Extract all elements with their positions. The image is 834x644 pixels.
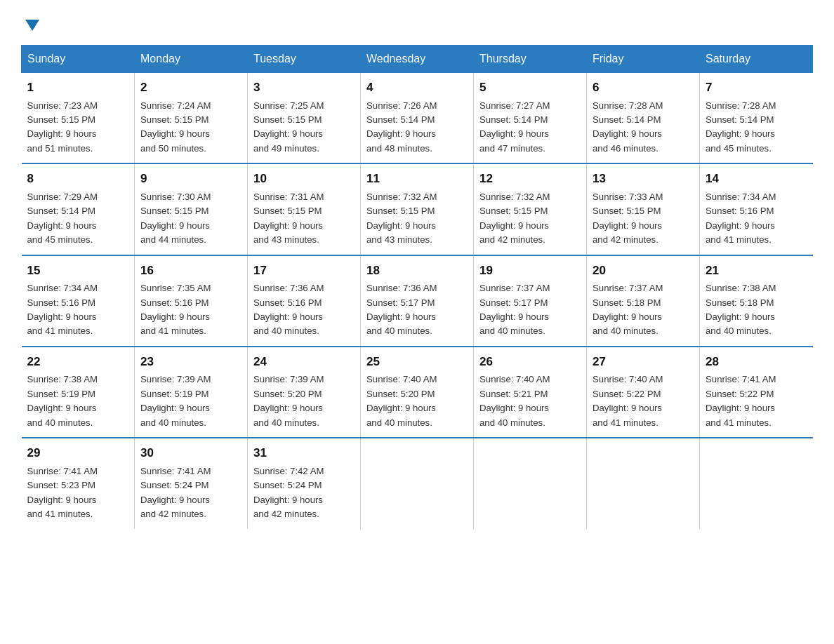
calendar-cell: 18Sunrise: 7:36 AMSunset: 5:17 PMDayligh…	[361, 255, 474, 347]
day-number: 29	[27, 444, 129, 462]
header-tuesday: Tuesday	[248, 46, 361, 73]
calendar-cell: 1Sunrise: 7:23 AMSunset: 5:15 PMDaylight…	[22, 73, 135, 164]
day-number: 25	[366, 353, 468, 371]
day-info: Sunrise: 7:23 AMSunset: 5:15 PMDaylight:…	[27, 100, 98, 154]
calendar-cell: 16Sunrise: 7:35 AMSunset: 5:16 PMDayligh…	[135, 255, 248, 347]
week-row-5: 29Sunrise: 7:41 AMSunset: 5:23 PMDayligh…	[22, 438, 813, 528]
day-number: 6	[593, 79, 694, 97]
day-info: Sunrise: 7:41 AMSunset: 5:22 PMDaylight:…	[706, 374, 776, 427]
day-number: 23	[140, 353, 241, 371]
day-info: Sunrise: 7:39 AMSunset: 5:19 PMDaylight:…	[140, 374, 211, 427]
header-sunday: Sunday	[22, 46, 135, 73]
logo-triangle-icon	[25, 20, 39, 31]
day-info: Sunrise: 7:37 AMSunset: 5:18 PMDaylight:…	[593, 283, 663, 336]
day-number: 10	[253, 170, 355, 188]
calendar-cell: 31Sunrise: 7:42 AMSunset: 5:24 PMDayligh…	[248, 438, 361, 528]
calendar-cell: 26Sunrise: 7:40 AMSunset: 5:21 PMDayligh…	[474, 347, 587, 438]
day-number: 26	[479, 353, 581, 371]
day-info: Sunrise: 7:38 AMSunset: 5:19 PMDaylight:…	[27, 374, 98, 427]
calendar-cell: 21Sunrise: 7:38 AMSunset: 5:18 PMDayligh…	[700, 255, 813, 347]
week-row-1: 1Sunrise: 7:23 AMSunset: 5:15 PMDaylight…	[22, 73, 813, 164]
day-number: 27	[593, 353, 694, 371]
calendar-cell: 3Sunrise: 7:25 AMSunset: 5:15 PMDaylight…	[248, 73, 361, 164]
day-number: 4	[366, 79, 468, 97]
calendar-cell: 12Sunrise: 7:32 AMSunset: 5:15 PMDayligh…	[474, 163, 587, 255]
day-number: 28	[706, 353, 807, 371]
day-info: Sunrise: 7:32 AMSunset: 5:15 PMDaylight:…	[366, 192, 437, 245]
day-number: 31	[253, 444, 355, 462]
day-info: Sunrise: 7:28 AMSunset: 5:14 PMDaylight:…	[593, 100, 663, 154]
day-number: 2	[140, 79, 241, 97]
day-number: 11	[366, 170, 468, 188]
day-info: Sunrise: 7:40 AMSunset: 5:22 PMDaylight:…	[593, 374, 663, 427]
calendar-cell: 5Sunrise: 7:27 AMSunset: 5:14 PMDaylight…	[474, 73, 587, 164]
day-number: 17	[253, 262, 355, 280]
calendar-cell: 10Sunrise: 7:31 AMSunset: 5:15 PMDayligh…	[248, 163, 361, 255]
day-number: 24	[253, 353, 355, 371]
day-info: Sunrise: 7:27 AMSunset: 5:14 PMDaylight:…	[479, 100, 550, 154]
day-number: 3	[253, 79, 355, 97]
calendar-cell: 7Sunrise: 7:28 AMSunset: 5:14 PMDaylight…	[700, 73, 813, 164]
calendar-header: SundayMondayTuesdayWednesdayThursdayFrid…	[22, 46, 813, 73]
day-info: Sunrise: 7:37 AMSunset: 5:17 PMDaylight:…	[479, 283, 550, 336]
day-info: Sunrise: 7:28 AMSunset: 5:14 PMDaylight:…	[706, 100, 776, 154]
day-number: 19	[479, 262, 581, 280]
day-info: Sunrise: 7:25 AMSunset: 5:15 PMDaylight:…	[253, 100, 324, 154]
header-thursday: Thursday	[474, 46, 587, 73]
day-number: 20	[593, 262, 694, 280]
day-info: Sunrise: 7:35 AMSunset: 5:16 PMDaylight:…	[140, 283, 211, 336]
header-row: SundayMondayTuesdayWednesdayThursdayFrid…	[22, 46, 813, 73]
calendar-cell: 4Sunrise: 7:26 AMSunset: 5:14 PMDaylight…	[361, 73, 474, 164]
day-info: Sunrise: 7:36 AMSunset: 5:17 PMDaylight:…	[366, 283, 437, 336]
calendar-cell: 11Sunrise: 7:32 AMSunset: 5:15 PMDayligh…	[361, 163, 474, 255]
calendar-cell	[587, 438, 700, 528]
calendar-cell: 9Sunrise: 7:30 AMSunset: 5:15 PMDaylight…	[135, 163, 248, 255]
calendar-cell	[474, 438, 587, 528]
week-row-4: 22Sunrise: 7:38 AMSunset: 5:19 PMDayligh…	[22, 347, 813, 438]
header-monday: Monday	[135, 46, 248, 73]
day-info: Sunrise: 7:34 AMSunset: 5:16 PMDaylight:…	[27, 283, 98, 336]
day-number: 13	[593, 170, 694, 188]
day-info: Sunrise: 7:41 AMSunset: 5:24 PMDaylight:…	[140, 466, 211, 519]
calendar-cell: 14Sunrise: 7:34 AMSunset: 5:16 PMDayligh…	[700, 163, 813, 255]
calendar-cell: 13Sunrise: 7:33 AMSunset: 5:15 PMDayligh…	[587, 163, 700, 255]
header-saturday: Saturday	[700, 46, 813, 73]
calendar-cell: 30Sunrise: 7:41 AMSunset: 5:24 PMDayligh…	[135, 438, 248, 528]
day-number: 5	[479, 79, 581, 97]
calendar-cell: 8Sunrise: 7:29 AMSunset: 5:14 PMDaylight…	[22, 163, 135, 255]
day-number: 14	[706, 170, 807, 188]
calendar-cell: 15Sunrise: 7:34 AMSunset: 5:16 PMDayligh…	[22, 255, 135, 347]
calendar-cell: 24Sunrise: 7:39 AMSunset: 5:20 PMDayligh…	[248, 347, 361, 438]
week-row-3: 15Sunrise: 7:34 AMSunset: 5:16 PMDayligh…	[22, 255, 813, 347]
day-info: Sunrise: 7:34 AMSunset: 5:16 PMDaylight:…	[706, 192, 776, 245]
day-info: Sunrise: 7:26 AMSunset: 5:14 PMDaylight:…	[366, 100, 437, 154]
day-info: Sunrise: 7:38 AMSunset: 5:18 PMDaylight:…	[706, 283, 776, 336]
day-info: Sunrise: 7:42 AMSunset: 5:24 PMDaylight:…	[253, 466, 324, 519]
day-info: Sunrise: 7:32 AMSunset: 5:15 PMDaylight:…	[479, 192, 550, 245]
day-info: Sunrise: 7:24 AMSunset: 5:15 PMDaylight:…	[140, 100, 211, 154]
header	[21, 14, 813, 32]
day-number: 8	[27, 170, 129, 188]
logo-blue	[21, 20, 39, 32]
calendar-cell: 28Sunrise: 7:41 AMSunset: 5:22 PMDayligh…	[700, 347, 813, 438]
day-number: 18	[366, 262, 468, 280]
calendar-cell	[361, 438, 474, 528]
day-number: 16	[140, 262, 241, 280]
day-number: 7	[706, 79, 807, 97]
calendar-cell: 17Sunrise: 7:36 AMSunset: 5:16 PMDayligh…	[248, 255, 361, 347]
day-number: 21	[706, 262, 807, 280]
calendar-cell: 25Sunrise: 7:40 AMSunset: 5:20 PMDayligh…	[361, 347, 474, 438]
day-number: 30	[140, 444, 241, 462]
day-info: Sunrise: 7:41 AMSunset: 5:23 PMDaylight:…	[27, 466, 98, 519]
day-info: Sunrise: 7:36 AMSunset: 5:16 PMDaylight:…	[253, 283, 324, 336]
day-info: Sunrise: 7:31 AMSunset: 5:15 PMDaylight:…	[253, 192, 324, 245]
calendar-cell: 23Sunrise: 7:39 AMSunset: 5:19 PMDayligh…	[135, 347, 248, 438]
calendar-cell	[700, 438, 813, 528]
logo	[21, 14, 39, 32]
calendar-cell: 20Sunrise: 7:37 AMSunset: 5:18 PMDayligh…	[587, 255, 700, 347]
day-number: 12	[479, 170, 581, 188]
calendar-cell: 6Sunrise: 7:28 AMSunset: 5:14 PMDaylight…	[587, 73, 700, 164]
day-number: 15	[27, 262, 129, 280]
week-row-2: 8Sunrise: 7:29 AMSunset: 5:14 PMDaylight…	[22, 163, 813, 255]
calendar-cell: 2Sunrise: 7:24 AMSunset: 5:15 PMDaylight…	[135, 73, 248, 164]
